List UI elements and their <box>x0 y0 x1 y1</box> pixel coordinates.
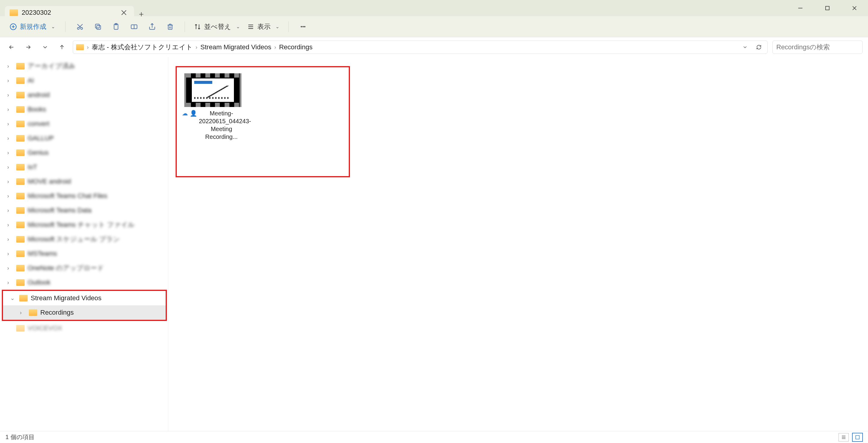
cut-button[interactable] <box>71 20 88 33</box>
new-tab-button[interactable]: ＋ <box>134 9 149 19</box>
expand-icon[interactable]: › <box>7 193 13 199</box>
tree-item[interactable]: ›Microsoft スケジュール プラン <box>0 232 168 247</box>
delete-button[interactable] <box>162 20 179 33</box>
titlebar: 20230302 ＋ <box>0 0 868 16</box>
person-icon: 👤 <box>190 109 197 117</box>
tree-item[interactable]: ›OneNote のアップロード <box>0 261 168 275</box>
expand-icon[interactable]: › <box>7 121 13 127</box>
folder-icon <box>10 9 18 16</box>
breadcrumb-segment[interactable]: Stream Migrated Videos <box>200 43 272 51</box>
tree-item[interactable]: ›AI <box>0 73 168 88</box>
more-button[interactable]: ••• <box>294 20 311 33</box>
tree-item-label: Books <box>28 105 46 113</box>
expand-icon[interactable]: › <box>7 164 13 170</box>
recent-button[interactable] <box>39 41 51 53</box>
close-window-button[interactable] <box>841 0 868 16</box>
tree-item[interactable]: VOICEVOX <box>0 321 168 336</box>
status-bar: 1 個の項目 <box>0 431 868 443</box>
tree-item-label: Genius <box>28 149 49 157</box>
folder-icon <box>19 295 28 302</box>
tree-item-label: android <box>28 91 50 99</box>
tree-item[interactable]: ›Microsoft Teams Data <box>0 203 168 218</box>
annotation-highlight-content: ☁ 👤 Meeting-20220615_044243-Meeting Reco… <box>176 66 350 177</box>
tree-item-label: Microsoft スケジュール プラン <box>28 235 120 244</box>
navigation-pane[interactable]: ›アーカイブ済み›AI›android›Books›convert›GALLUP… <box>0 57 168 431</box>
address-bar[interactable]: › 泰志 - 株式会社ソフトクリエイト › Stream Migrated Vi… <box>73 40 768 54</box>
tab-title: 20230302 <box>22 9 117 17</box>
window-controls <box>787 0 868 16</box>
tree-item-label: MSTeams <box>28 250 57 258</box>
expand-icon[interactable]: › <box>7 208 13 214</box>
tree-item[interactable]: ›Outlook <box>0 275 168 290</box>
rename-button[interactable] <box>126 20 143 33</box>
tree-item[interactable]: ›MSTeams <box>0 247 168 261</box>
folder-icon <box>16 236 25 243</box>
tree-item[interactable]: ›MOVE android <box>0 174 168 189</box>
tree-item[interactable]: ›android <box>0 88 168 102</box>
chevron-down-icon: ⌄ <box>275 24 279 29</box>
expand-icon[interactable]: › <box>7 236 13 243</box>
back-button[interactable] <box>5 41 18 53</box>
folder-icon <box>16 178 25 185</box>
details-view-toggle[interactable] <box>839 433 849 442</box>
folder-icon <box>16 325 25 331</box>
folder-icon <box>16 77 25 84</box>
share-button[interactable] <box>144 20 160 33</box>
address-dropdown-button[interactable] <box>740 44 750 50</box>
file-item[interactable]: ☁ 👤 Meeting-20220615_044243-Meeting Reco… <box>183 73 243 141</box>
navigation-row: › 泰志 - 株式会社ソフトクリエイト › Stream Migrated Vi… <box>0 37 868 57</box>
chevron-down-icon: ⌄ <box>51 24 55 29</box>
chevron-right-icon: › <box>196 44 197 51</box>
minimize-button[interactable] <box>787 0 814 16</box>
close-tab-button[interactable] <box>120 9 127 16</box>
tree-item[interactable]: ›IoT <box>0 160 168 174</box>
expand-icon[interactable]: › <box>20 310 26 316</box>
search-box[interactable] <box>772 40 863 54</box>
breadcrumb-segment[interactable]: 泰志 - 株式会社ソフトクリエイト <box>92 43 193 52</box>
expand-icon[interactable]: › <box>7 77 13 84</box>
tree-item-selected[interactable]: › Recordings <box>3 305 166 320</box>
folder-icon <box>16 265 25 272</box>
expand-icon[interactable]: › <box>7 106 13 113</box>
expand-icon[interactable]: › <box>7 222 13 228</box>
tree-item[interactable]: ›Genius <box>0 146 168 160</box>
tree-item[interactable]: ›Microsoft Teams チャット ファイル <box>0 218 168 232</box>
new-button[interactable]: 新規作成 ⌄ <box>5 21 59 33</box>
collapse-icon[interactable]: ⌄ <box>10 295 16 302</box>
copy-button[interactable] <box>90 20 106 33</box>
tree-item[interactable]: ›Microsoft Teams Chat Files <box>0 189 168 203</box>
cloud-icon: ☁ <box>182 109 188 117</box>
folder-icon <box>16 222 25 228</box>
annotation-highlight-sidebar: ⌄ Stream Migrated Videos › Recordings <box>2 290 167 321</box>
up-button[interactable] <box>56 41 68 53</box>
expand-icon[interactable]: › <box>7 280 13 286</box>
expand-icon[interactable]: › <box>7 63 13 69</box>
tree-item[interactable]: ⌄ Stream Migrated Videos <box>3 291 166 305</box>
content-pane[interactable]: ☁ 👤 Meeting-20220615_044243-Meeting Reco… <box>168 57 868 431</box>
svg-rect-0 <box>826 6 829 10</box>
forward-button[interactable] <box>22 41 34 53</box>
tab-current[interactable]: 20230302 <box>5 6 134 19</box>
folder-icon <box>16 279 25 286</box>
expand-icon[interactable]: › <box>7 92 13 98</box>
folder-icon <box>16 250 25 257</box>
folder-icon <box>16 149 25 156</box>
tree-item[interactable]: ›Books <box>0 102 168 117</box>
explorer-body: ›アーカイブ済み›AI›android›Books›convert›GALLUP… <box>0 57 868 431</box>
view-button[interactable]: 表示 ⌄ <box>244 22 282 31</box>
expand-icon[interactable]: › <box>7 135 13 141</box>
tree-item[interactable]: ›GALLUP <box>0 131 168 146</box>
expand-icon[interactable]: › <box>7 179 13 185</box>
expand-icon[interactable]: › <box>7 150 13 156</box>
tree-item[interactable]: ›convert <box>0 117 168 131</box>
expand-icon[interactable]: › <box>7 251 13 257</box>
sort-button[interactable]: 並べ替え ⌄ <box>191 22 243 31</box>
refresh-button[interactable] <box>753 44 764 50</box>
maximize-button[interactable] <box>814 0 841 16</box>
breadcrumb-segment[interactable]: Recordings <box>279 43 312 51</box>
icons-view-toggle[interactable] <box>852 433 863 442</box>
paste-button[interactable] <box>107 20 124 33</box>
tree-item[interactable]: ›アーカイブ済み <box>0 59 168 73</box>
search-input[interactable] <box>776 43 859 51</box>
expand-icon[interactable]: › <box>7 265 13 272</box>
